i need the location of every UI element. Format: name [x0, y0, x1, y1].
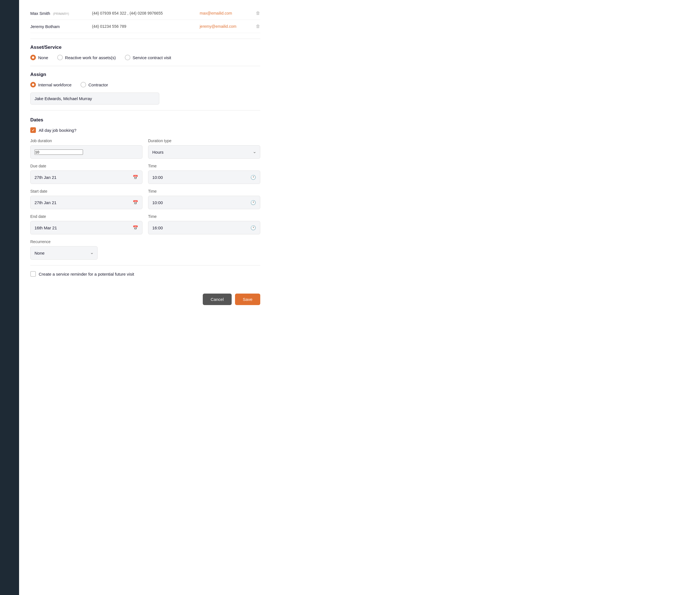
- all-day-label: All day job booking?: [39, 128, 76, 133]
- cancel-button[interactable]: Cancel: [203, 293, 232, 305]
- end-date-value: 16th Mar 21: [34, 225, 57, 230]
- contractor-option[interactable]: Contractor: [81, 82, 108, 87]
- assign-title: Assign: [30, 72, 260, 77]
- due-time-value: 10:00: [152, 175, 163, 180]
- contact-1-phone: (44) 07939 654 322 , (44) 0208 9976655: [92, 11, 194, 16]
- recurrence-select[interactable]: None Daily Weekly Monthly: [30, 246, 97, 260]
- duration-type-group: Duration type Hours Days Weeks: [148, 139, 260, 159]
- start-date-value: 27th Jan 21: [34, 200, 56, 205]
- due-time-input[interactable]: 10:00 🕐: [148, 170, 260, 184]
- asset-none-label: None: [38, 55, 48, 60]
- asset-reactive-label: Reactive work for assets(s): [65, 55, 116, 60]
- recurrence-select-wrapper: None Daily Weekly Monthly: [30, 246, 97, 260]
- due-date-group: Due date 27th Jan 21 📅: [30, 164, 142, 184]
- contact-row-1: Max Smith (PRIMARY) (44) 07939 654 322 ,…: [30, 7, 260, 20]
- start-date-group: Start date 27th Jan 21 📅: [30, 189, 142, 209]
- start-time-label: Time: [148, 189, 260, 194]
- internal-workforce-label: Internal workforce: [38, 82, 72, 87]
- dates-title: Dates: [30, 117, 260, 123]
- form-container: Max Smith (PRIMARY) (44) 07939 654 322 ,…: [19, 0, 272, 317]
- workforce-input[interactable]: [30, 92, 159, 105]
- asset-service-radio-group: None Reactive work for assets(s) Service…: [30, 55, 260, 60]
- end-time-label: Time: [148, 214, 260, 219]
- clock-icon-due: 🕐: [250, 175, 256, 180]
- end-date-label: End date: [30, 214, 142, 219]
- due-date-input[interactable]: 27th Jan 21 📅: [30, 170, 142, 184]
- asset-none-radio[interactable]: [30, 55, 36, 60]
- start-date-row: Start date 27th Jan 21 📅 Time 10:00 🕐: [30, 189, 260, 209]
- due-date-value: 27th Jan 21: [34, 175, 56, 180]
- contact-1-email: max@emailid.com: [200, 11, 250, 16]
- all-day-checkbox[interactable]: [30, 127, 36, 133]
- end-date-group: End date 16th Mar 21 📅: [30, 214, 142, 234]
- internal-workforce-option[interactable]: Internal workforce: [30, 82, 72, 87]
- end-time-input[interactable]: 16:00 🕐: [148, 221, 260, 234]
- asset-service-contract-radio[interactable]: [125, 55, 131, 60]
- asset-service-contract-label: Service contract visit: [133, 55, 171, 60]
- asset-service-section: Asset/Service None Reactive work for ass…: [30, 45, 260, 60]
- delete-contact-2-icon[interactable]: 🗑: [256, 24, 260, 29]
- start-time-value: 10:00: [152, 200, 163, 205]
- contact-2-name: Jeremy Botham: [30, 24, 86, 29]
- end-time-value: 16:00: [152, 225, 163, 230]
- duration-type-label: Duration type: [148, 139, 260, 143]
- recurrence-label: Recurrence: [30, 239, 97, 244]
- job-duration-group: Job duration: [30, 139, 142, 159]
- contact-2-email: jeremy@emailid.com: [200, 24, 250, 29]
- contact-1-name: Max Smith (PRIMARY): [30, 11, 86, 16]
- contractor-radio[interactable]: [81, 82, 86, 87]
- service-reminder-row: Create a service reminder for a potentia…: [30, 265, 260, 282]
- service-reminder-label: Create a service reminder for a potentia…: [39, 272, 134, 277]
- clock-icon-end: 🕐: [250, 225, 256, 230]
- recurrence-row: Recurrence None Daily Weekly Monthly: [30, 239, 260, 260]
- internal-workforce-radio[interactable]: [30, 82, 36, 87]
- duration-row: Job duration Duration type Hours Days We…: [30, 139, 260, 159]
- primary-badge: (PRIMARY): [53, 12, 69, 16]
- asset-reactive-radio[interactable]: [57, 55, 63, 60]
- delete-contact-1-icon[interactable]: 🗑: [256, 11, 260, 16]
- due-time-label: Time: [148, 164, 260, 168]
- sidebar: [0, 0, 19, 595]
- duration-type-select-wrapper: Hours Days Weeks: [148, 145, 260, 159]
- main-content: Max Smith (PRIMARY) (44) 07939 654 322 ,…: [19, 0, 700, 595]
- asset-reactive-option[interactable]: Reactive work for assets(s): [57, 55, 116, 60]
- service-reminder-checkbox[interactable]: [30, 271, 36, 277]
- job-duration-label: Job duration: [30, 139, 142, 143]
- footer-buttons: Cancel Save: [30, 293, 260, 311]
- due-time-group: Time 10:00 🕐: [148, 164, 260, 184]
- calendar-icon-start: 📅: [133, 200, 138, 205]
- end-date-row: End date 16th Mar 21 📅 Time 16:00 🕐: [30, 214, 260, 234]
- contractor-label: Contractor: [88, 82, 108, 87]
- end-date-input[interactable]: 16th Mar 21 📅: [30, 221, 142, 234]
- start-date-input[interactable]: 27th Jan 21 📅: [30, 196, 142, 209]
- asset-service-title: Asset/Service: [30, 45, 260, 50]
- start-date-label: Start date: [30, 189, 142, 194]
- job-duration-input[interactable]: [34, 149, 83, 155]
- contact-row-2: Jeremy Botham (44) 01234 556 789 jeremy@…: [30, 20, 260, 33]
- all-day-row: All day job booking?: [30, 127, 260, 133]
- job-duration-input-wrapper: [30, 145, 142, 159]
- asset-service-contract-option[interactable]: Service contract visit: [125, 55, 171, 60]
- start-time-input[interactable]: 10:00 🕐: [148, 196, 260, 209]
- clock-icon-start: 🕐: [250, 200, 256, 205]
- save-button[interactable]: Save: [235, 293, 260, 305]
- assign-radio-group: Internal workforce Contractor: [30, 82, 260, 87]
- calendar-icon-due: 📅: [133, 175, 138, 180]
- asset-none-option[interactable]: None: [30, 55, 48, 60]
- recurrence-group: Recurrence None Daily Weekly Monthly: [30, 239, 97, 260]
- calendar-icon-end: 📅: [133, 225, 138, 230]
- start-time-group: Time 10:00 🕐: [148, 189, 260, 209]
- due-date-label: Due date: [30, 164, 142, 168]
- contact-2-phone: (44) 01234 556 789: [92, 24, 194, 29]
- duration-type-select[interactable]: Hours Days Weeks: [148, 145, 260, 159]
- end-time-group: Time 16:00 🕐: [148, 214, 260, 234]
- assign-section: Assign Internal workforce Contractor: [30, 72, 260, 105]
- dates-section: Dates All day job booking? Job duration …: [30, 117, 260, 260]
- due-date-row: Due date 27th Jan 21 📅 Time 10:00 🕐: [30, 164, 260, 184]
